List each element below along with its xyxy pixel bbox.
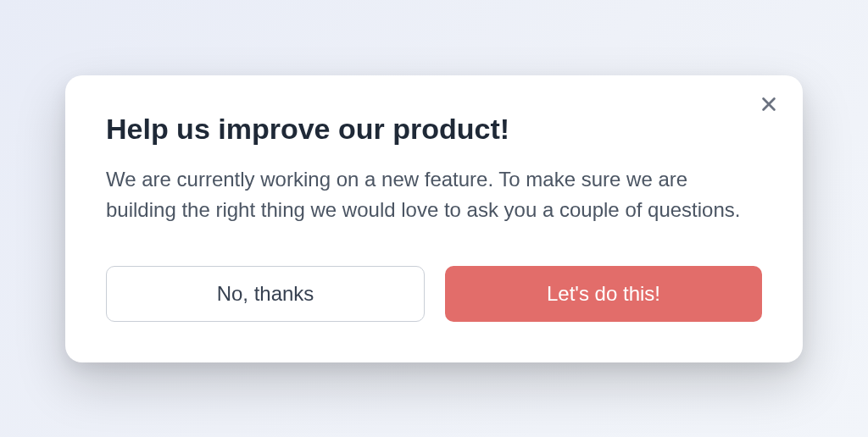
close-icon xyxy=(760,95,778,117)
modal-body-text: We are currently working on a new featur… xyxy=(106,164,750,225)
decline-button[interactable]: No, thanks xyxy=(106,266,425,322)
close-button[interactable] xyxy=(757,94,781,118)
feedback-modal: Help us improve our product! We are curr… xyxy=(65,75,803,362)
modal-button-row: No, thanks Let's do this! xyxy=(106,266,762,322)
accept-button[interactable]: Let's do this! xyxy=(445,266,762,322)
modal-title: Help us improve our product! xyxy=(106,113,762,146)
